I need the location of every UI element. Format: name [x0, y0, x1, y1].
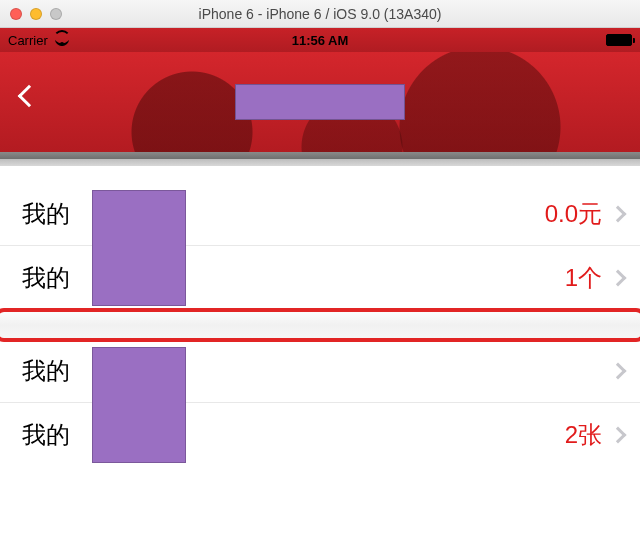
list-item-value: 0.0元 [545, 198, 608, 230]
chevron-right-icon [610, 427, 627, 444]
redaction-block [92, 190, 186, 306]
back-button[interactable] [14, 74, 44, 118]
window-close-button[interactable] [10, 8, 22, 20]
chevron-left-icon [18, 85, 41, 108]
window-minimize-button[interactable] [30, 8, 42, 20]
header-divider [0, 152, 640, 166]
window-title: iPhone 6 - iPhone 6 / iOS 9.0 (13A340) [0, 6, 640, 22]
content-area: 我的 0.0元 我的 1个 我的 我的 2张 [0, 166, 640, 467]
chevron-right-icon [610, 206, 627, 223]
chevron-right-icon [610, 270, 627, 287]
nav-title-redacted [235, 84, 405, 120]
list-item-value: 1个 [565, 262, 608, 294]
list-section: 我的 0.0元 我的 1个 [0, 182, 640, 311]
list-item-label: 我的 [22, 419, 70, 451]
list-item-label: 我的 [22, 355, 70, 387]
list-item-label: 我的 [22, 262, 70, 294]
traffic-lights [10, 8, 62, 20]
section-separator [0, 311, 640, 339]
list-section: 我的 我的 2张 [0, 339, 640, 467]
redaction-block [92, 347, 186, 463]
list-item-label: 我的 [22, 198, 70, 230]
clock-label: 11:56 AM [0, 33, 640, 48]
window-titlebar: iPhone 6 - iPhone 6 / iOS 9.0 (13A340) [0, 0, 640, 28]
window-zoom-button[interactable] [50, 8, 62, 20]
navigation-bar [0, 52, 640, 152]
battery-icon [606, 34, 632, 46]
list-item-value: 2张 [565, 419, 608, 451]
annotation-highlight [0, 308, 640, 342]
ios-status-bar: Carrier 11:56 AM [0, 28, 640, 52]
chevron-right-icon [610, 363, 627, 380]
